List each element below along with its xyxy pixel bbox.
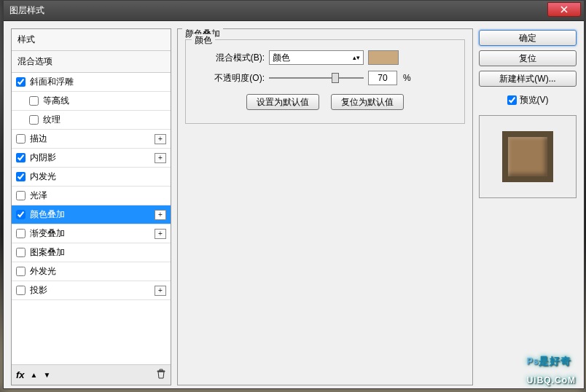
new-style-button[interactable]: 新建样式(W)... bbox=[479, 71, 577, 87]
effect-label: 内发光 bbox=[30, 170, 56, 183]
plus-icon[interactable]: + bbox=[155, 286, 166, 296]
effect-label: 投影 bbox=[30, 284, 47, 297]
preview-checkbox[interactable] bbox=[507, 95, 517, 105]
effect-item-3[interactable]: 描边+ bbox=[12, 130, 171, 149]
effect-label: 颜色叠加 bbox=[30, 208, 65, 221]
effect-checkbox[interactable] bbox=[16, 153, 26, 162]
slider-thumb[interactable] bbox=[332, 73, 339, 83]
effect-checkbox[interactable] bbox=[16, 191, 26, 200]
chevron-updown-icon: ▴▾ bbox=[353, 54, 360, 61]
effects-sidebar: 样式 混合选项 斜面和浮雕等高线纹理描边+内阴影+内发光光泽颜色叠加+渐变叠加+… bbox=[11, 28, 171, 385]
effect-label: 渐变叠加 bbox=[30, 227, 65, 240]
effect-label: 外发光 bbox=[30, 265, 56, 278]
effect-checkbox[interactable] bbox=[16, 267, 26, 276]
sidebar-footer: fx ▲ ▼ bbox=[12, 364, 171, 385]
color-swatch[interactable] bbox=[368, 50, 399, 65]
settings-panel: 颜色叠加 颜色 混合模式(B): 颜色 ▴▾ 不透明度(O): bbox=[177, 28, 473, 385]
preview-box bbox=[479, 115, 577, 198]
blend-mode-label: 混合模式(B): bbox=[193, 52, 265, 64]
effect-item-11[interactable]: 投影+ bbox=[12, 281, 171, 300]
effect-item-10[interactable]: 外发光 bbox=[12, 262, 171, 281]
close-button[interactable] bbox=[547, 2, 581, 17]
effect-label: 斜面和浮雕 bbox=[30, 76, 74, 88]
cancel-button[interactable]: 复位 bbox=[479, 50, 577, 66]
preview-toggle[interactable]: 预览(V) bbox=[479, 94, 577, 106]
plus-icon[interactable]: + bbox=[155, 153, 166, 163]
effect-item-8[interactable]: 渐变叠加+ bbox=[12, 224, 171, 243]
color-group: 颜色 混合模式(B): 颜色 ▴▾ 不透明度(O): % bbox=[185, 39, 465, 124]
effect-label: 图案叠加 bbox=[30, 246, 65, 259]
layer-style-dialog: 图层样式 样式 混合选项 斜面和浮雕等高线纹理描边+内阴影+内发光光泽颜色叠加+… bbox=[3, 0, 585, 389]
effect-label: 纹理 bbox=[43, 114, 60, 126]
ok-button[interactable]: 确定 bbox=[479, 30, 577, 46]
effect-checkbox[interactable] bbox=[16, 77, 26, 87]
effect-checkbox[interactable] bbox=[29, 115, 39, 125]
opacity-slider[interactable] bbox=[269, 71, 364, 85]
effect-checkbox[interactable] bbox=[16, 229, 26, 238]
effect-item-0[interactable]: 斜面和浮雕 bbox=[12, 73, 171, 92]
effect-checkbox[interactable] bbox=[16, 248, 26, 257]
set-default-button[interactable]: 设置为默认值 bbox=[246, 94, 319, 110]
effect-checkbox[interactable] bbox=[16, 286, 26, 295]
blend-options-header[interactable]: 混合选项 bbox=[12, 51, 171, 73]
plus-icon[interactable]: + bbox=[155, 229, 166, 239]
close-icon bbox=[560, 6, 568, 13]
blend-mode-value: 颜色 bbox=[273, 52, 290, 64]
effect-list: 斜面和浮雕等高线纹理描边+内阴影+内发光光泽颜色叠加+渐变叠加+图案叠加外发光投… bbox=[12, 73, 171, 364]
effect-item-6[interactable]: 光泽 bbox=[12, 187, 171, 205]
trash-icon[interactable] bbox=[156, 369, 166, 381]
plus-icon[interactable]: + bbox=[155, 134, 166, 144]
effect-item-4[interactable]: 内阴影+ bbox=[12, 149, 171, 168]
styles-header[interactable]: 样式 bbox=[12, 29, 171, 51]
group-legend: 颜色 bbox=[192, 34, 215, 47]
titlebar[interactable]: 图层样式 bbox=[4, 1, 584, 21]
window-title: 图层样式 bbox=[9, 4, 44, 17]
effect-item-7[interactable]: 颜色叠加+ bbox=[12, 205, 171, 224]
arrow-down-icon[interactable]: ▼ bbox=[43, 371, 50, 379]
effect-checkbox[interactable] bbox=[16, 134, 26, 144]
effect-item-2[interactable]: 纹理 bbox=[12, 111, 171, 130]
blend-mode-select[interactable]: 颜色 ▴▾ bbox=[269, 50, 364, 65]
effect-item-9[interactable]: 图案叠加 bbox=[12, 243, 171, 262]
opacity-unit: % bbox=[403, 73, 411, 83]
effect-item-5[interactable]: 内发光 bbox=[12, 168, 171, 187]
effect-label: 描边 bbox=[30, 133, 47, 145]
effect-checkbox[interactable] bbox=[16, 172, 26, 181]
effect-item-1[interactable]: 等高线 bbox=[12, 92, 171, 111]
action-column: 确定 复位 新建样式(W)... 预览(V) bbox=[479, 28, 577, 385]
effect-checkbox[interactable] bbox=[16, 210, 26, 219]
arrow-up-icon[interactable]: ▲ bbox=[31, 371, 38, 379]
opacity-label: 不透明度(O): bbox=[193, 72, 265, 85]
fx-icon[interactable]: fx bbox=[16, 369, 25, 380]
opacity-input[interactable] bbox=[368, 71, 397, 85]
effect-checkbox[interactable] bbox=[29, 96, 39, 106]
preview-label: 预览(V) bbox=[520, 94, 549, 106]
reset-default-button[interactable]: 复位为默认值 bbox=[331, 94, 404, 110]
effect-label: 内阴影 bbox=[30, 152, 56, 164]
effect-label: 光泽 bbox=[30, 189, 47, 202]
effect-label: 等高线 bbox=[43, 95, 69, 107]
plus-icon[interactable]: + bbox=[155, 210, 166, 220]
preview-thumbnail bbox=[502, 131, 553, 182]
